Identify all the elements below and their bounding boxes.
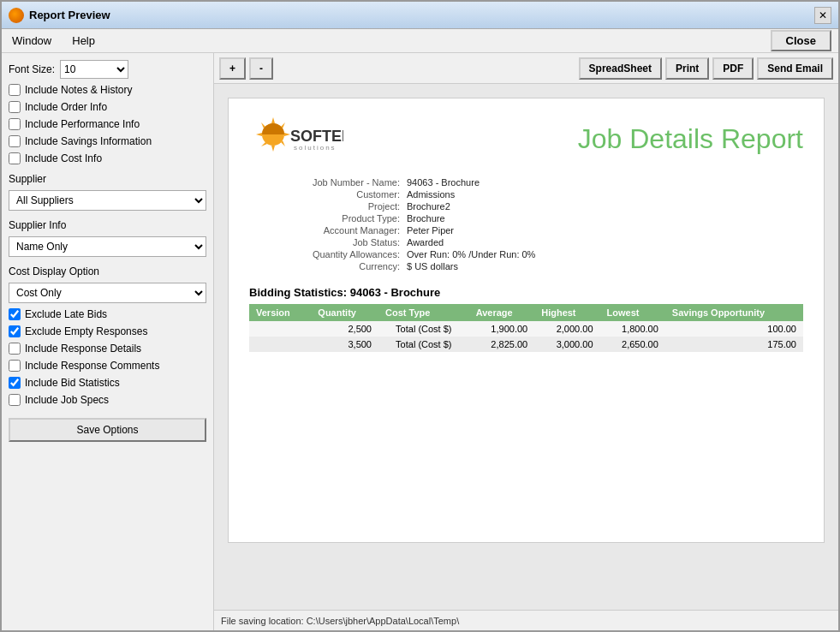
- checkbox-response-comments-label: Include Response Comments: [25, 360, 159, 372]
- cell-cost-type-2: Total (Cost $): [378, 337, 469, 352]
- menu-window[interactable]: Window: [9, 33, 55, 49]
- checkbox-include-order: Include Order Info: [9, 101, 206, 113]
- checkbox-bid-stats-input[interactable]: [9, 377, 21, 389]
- checkbox-response-details-input[interactable]: [9, 343, 21, 355]
- cell-lowest-2: 2,650.00: [600, 337, 665, 352]
- col-version: Version: [249, 304, 311, 321]
- bidding-section: Bidding Statistics: 94063 - Brochure Ver…: [249, 286, 803, 352]
- zoom-in-button[interactable]: +: [219, 57, 246, 80]
- cell-lowest-1: 1,800.00: [600, 321, 665, 337]
- close-button[interactable]: Close: [771, 30, 831, 51]
- checkbox-notes-input[interactable]: [9, 84, 21, 96]
- stats-data-row: 2,500 Total (Cost $) 1,900.00 2,000.00 1…: [249, 321, 803, 337]
- cell-version-2: [249, 337, 311, 352]
- checkbox-include-performance: Include Performance Info: [9, 118, 206, 130]
- supplier-info-dropdown-row: Name Only Full Info: [9, 236, 206, 257]
- info-label: Quantity Allowances:: [249, 248, 403, 260]
- right-panel: + - SpreadSheet Print PDF Send Email: [214, 53, 838, 630]
- checkbox-order-label: Include Order Info: [25, 101, 107, 113]
- checkbox-job-specs-input[interactable]: [9, 394, 21, 406]
- report-info-table: Job Number - Name: 94063 - Brochure Cust…: [249, 176, 803, 272]
- status-bar: File saving location: C:\Users\jbher\App…: [214, 610, 838, 630]
- info-label: Account Manager:: [249, 224, 403, 236]
- checkbox-order-input[interactable]: [9, 101, 21, 113]
- info-row: Currency: $ US dollars: [249, 260, 803, 272]
- checkbox-include-job-specs: Include Job Specs: [9, 394, 206, 406]
- checkbox-exclude-late-input[interactable]: [9, 308, 21, 320]
- left-panel: Font Size: 10 8 9 11 12 14 Include Notes…: [2, 53, 214, 630]
- report-title: Job Details Report: [343, 123, 803, 155]
- menu-help[interactable]: Help: [69, 33, 98, 49]
- send-email-button[interactable]: Send Email: [757, 57, 833, 80]
- save-options-button[interactable]: Save Options: [9, 418, 206, 442]
- info-row: Quantity Allowances: Over Run: 0% /Under…: [249, 248, 803, 260]
- info-value: Peter Piper: [403, 224, 803, 236]
- font-size-row: Font Size: 10 8 9 11 12 14: [9, 60, 206, 79]
- checkbox-include-savings: Include Savings Information: [9, 135, 206, 147]
- info-row: Customer: Admissions: [249, 188, 803, 200]
- info-row: Project: Brochure2: [249, 200, 803, 212]
- cell-highest-2: 3,000.00: [534, 337, 599, 352]
- report-header: SOFTERA solutions Job Details Report: [249, 116, 803, 163]
- checkbox-cost-input[interactable]: [9, 152, 21, 164]
- checkbox-exclude-late: Exclude Late Bids: [9, 308, 206, 320]
- svg-text:SOFTERA: SOFTERA: [290, 128, 343, 145]
- pdf-button[interactable]: PDF: [712, 57, 754, 80]
- zoom-out-button[interactable]: -: [249, 57, 273, 80]
- cell-highest-1: 2,000.00: [534, 321, 599, 337]
- checkbox-savings-label: Include Savings Information: [25, 135, 152, 147]
- cost-display-select[interactable]: Cost Only All Costs: [9, 283, 206, 303]
- stats-table: Version Quantity Cost Type Average Highe…: [249, 304, 803, 352]
- info-label: Product Type:: [249, 212, 403, 224]
- info-row: Account Manager: Peter Piper: [249, 224, 803, 236]
- font-size-select[interactable]: 10 8 9 11 12 14: [60, 60, 128, 79]
- window-close-button[interactable]: ✕: [814, 7, 831, 24]
- spreadsheet-button[interactable]: SpreadSheet: [579, 57, 662, 80]
- checkbox-savings-input[interactable]: [9, 135, 21, 147]
- checkbox-include-response-details: Include Response Details: [9, 343, 206, 355]
- supplier-info-label: Supplier Info: [9, 219, 206, 231]
- cell-cost-type-1: Total (Cost $): [378, 321, 469, 337]
- col-lowest: Lowest: [600, 304, 665, 321]
- checkbox-include-notes: Include Notes & History: [9, 84, 206, 96]
- info-row: Job Status: Awarded: [249, 236, 803, 248]
- checkbox-include-bid-stats: Include Bid Statistics: [9, 377, 206, 389]
- supplier-info-select[interactable]: Name Only Full Info: [9, 236, 206, 257]
- main-window: Report Preview ✕ Window Help Close Font …: [0, 0, 840, 632]
- info-value: $ US dollars: [403, 260, 803, 272]
- checkbox-exclude-late-label: Exclude Late Bids: [25, 308, 107, 320]
- checkbox-include-response-comments: Include Response Comments: [9, 360, 206, 372]
- logo-svg: SOFTERA solutions: [249, 116, 343, 163]
- info-value: Brochure2: [403, 200, 803, 212]
- bidding-title: Bidding Statistics: 94063 - Brochure: [249, 286, 803, 299]
- checkbox-exclude-empty-label: Exclude Empty Responses: [25, 325, 147, 337]
- status-text: File saving location: C:\Users\jbher\App…: [221, 616, 459, 626]
- report-content: SOFTERA solutions Job Details Report Job…: [228, 98, 825, 543]
- cell-average-1: 1,900.00: [469, 321, 535, 337]
- col-average: Average: [469, 304, 535, 321]
- info-label: Customer:: [249, 188, 403, 200]
- checkbox-response-comments-input[interactable]: [9, 360, 21, 372]
- info-value: Over Run: 0% /Under Run: 0%: [403, 248, 803, 260]
- checkbox-exclude-empty: Exclude Empty Responses: [9, 325, 206, 337]
- print-button[interactable]: Print: [665, 57, 709, 80]
- supplier-select[interactable]: All Suppliers Supplier 1 Supplier 2: [9, 190, 206, 211]
- report-toolbar: + - SpreadSheet Print PDF Send Email: [214, 53, 838, 84]
- info-value: 94063 - Brochure: [403, 176, 803, 188]
- stats-data-row: 3,500 Total (Cost $) 2,825.00 3,000.00 2…: [249, 337, 803, 352]
- info-value: Admissions: [403, 188, 803, 200]
- cost-display-dropdown-row: Cost Only All Costs: [9, 283, 206, 303]
- font-size-label: Font Size:: [9, 63, 55, 75]
- checkbox-exclude-empty-input[interactable]: [9, 325, 21, 337]
- info-label: Job Status:: [249, 236, 403, 248]
- col-savings: Savings Opportunity: [665, 304, 803, 321]
- info-row: Job Number - Name: 94063 - Brochure: [249, 176, 803, 188]
- main-content: Font Size: 10 8 9 11 12 14 Include Notes…: [2, 53, 838, 630]
- info-value: Awarded: [403, 236, 803, 248]
- checkbox-job-specs-label: Include Job Specs: [25, 394, 109, 406]
- info-row: Product Type: Brochure: [249, 212, 803, 224]
- col-highest: Highest: [534, 304, 599, 321]
- supplier-label: Supplier: [9, 173, 206, 185]
- info-label: Currency:: [249, 260, 403, 272]
- checkbox-performance-input[interactable]: [9, 118, 21, 130]
